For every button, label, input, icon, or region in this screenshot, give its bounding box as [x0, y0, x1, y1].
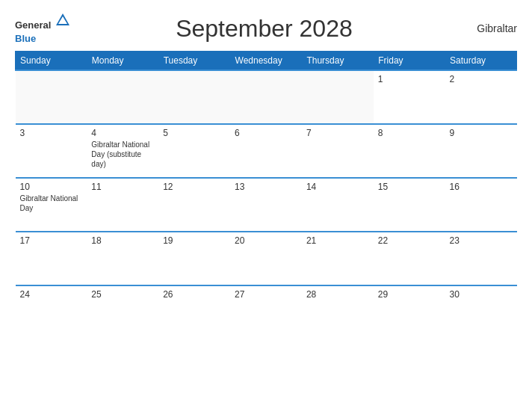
calendar-cell: [230, 70, 302, 124]
weekday-friday: Friday: [374, 52, 445, 71]
day-number: 18: [91, 235, 154, 246]
day-number: 11: [91, 182, 154, 192]
calendar-cell: 28: [302, 285, 374, 330]
day-number: 6: [235, 128, 297, 138]
day-number: 10: [20, 182, 83, 192]
day-number: 19: [163, 235, 226, 246]
calendar-cell: 17: [16, 232, 87, 285]
calendar-header: SundayMondayTuesdayWednesdayThursdayFrid…: [16, 52, 517, 71]
weekday-saturday: Saturday: [445, 52, 517, 71]
week-row-4: 17181920212223: [16, 232, 517, 285]
calendar-cell: 23: [445, 232, 517, 285]
day-number: 12: [163, 182, 226, 192]
calendar-cell: 9: [445, 124, 517, 178]
calendar-cell: [87, 70, 158, 124]
calendar-cell: 8: [374, 124, 445, 178]
holiday-label: Gibraltar National Day (substitute day): [91, 140, 149, 168]
day-number: 4: [91, 128, 154, 138]
logo-text: General Blue: [15, 12, 71, 45]
day-number: 1: [378, 74, 441, 84]
logo-blue: Blue: [15, 33, 36, 44]
day-number: 22: [378, 235, 441, 246]
week-row-3: 10Gibraltar National Day111213141516: [16, 178, 517, 232]
day-number: 25: [91, 289, 154, 300]
calendar-cell: 2: [445, 70, 517, 124]
calendar-cell: 20: [230, 232, 302, 285]
week-row-5: 24252627282930: [16, 285, 517, 330]
calendar-cell: 30: [445, 285, 517, 330]
day-number: 23: [450, 235, 513, 246]
day-number: 21: [306, 235, 369, 246]
weekday-header-row: SundayMondayTuesdayWednesdayThursdayFrid…: [16, 52, 517, 71]
day-number: 5: [163, 128, 226, 138]
logo-general: General: [15, 19, 51, 31]
weekday-sunday: Sunday: [16, 52, 87, 71]
day-number: 26: [163, 289, 226, 300]
calendar-cell: 26: [158, 285, 230, 330]
calendar-cell: 19: [158, 232, 230, 285]
weekday-wednesday: Wednesday: [230, 52, 302, 71]
calendar-cell: 7: [302, 124, 374, 178]
calendar-cell: 1: [374, 70, 445, 124]
calendar-cell: 25: [87, 285, 158, 330]
calendar-cell: 18: [87, 232, 158, 285]
calendar-cell: 5: [158, 124, 230, 178]
calendar-title: September 2028: [71, 15, 457, 43]
calendar-cell: [302, 70, 374, 124]
calendar-cell: 22: [374, 232, 445, 285]
calendar-cell: 27: [230, 285, 302, 330]
calendar-table: SundayMondayTuesdayWednesdayThursdayFrid…: [15, 51, 517, 330]
day-number: 27: [235, 289, 297, 300]
logo: General Blue: [15, 12, 71, 45]
day-number: 8: [378, 128, 441, 138]
day-number: 3: [20, 128, 83, 138]
header: General Blue September 2028 Gibraltar: [15, 12, 517, 45]
calendar-cell: 13: [230, 178, 302, 232]
calendar-cell: [158, 70, 230, 124]
calendar-cell: 15: [374, 178, 445, 232]
calendar-cell: 16: [445, 178, 517, 232]
day-number: 14: [306, 182, 369, 192]
week-row-2: 34Gibraltar National Day (substitute day…: [16, 124, 517, 178]
day-number: 2: [450, 74, 513, 84]
day-number: 30: [450, 289, 513, 300]
calendar-cell: [16, 70, 87, 124]
calendar-cell: 21: [302, 232, 374, 285]
calendar-cell: 3: [16, 124, 87, 178]
calendar-cell: 6: [230, 124, 302, 178]
calendar-cell: 10Gibraltar National Day: [16, 178, 87, 232]
day-number: 28: [306, 289, 369, 300]
calendar-page: General Blue September 2028 Gibraltar Su…: [0, 0, 532, 411]
calendar-body: 1234Gibraltar National Day (substitute d…: [16, 70, 517, 330]
day-number: 17: [20, 235, 83, 246]
day-number: 7: [306, 128, 369, 138]
calendar-cell: 12: [158, 178, 230, 232]
day-number: 16: [450, 182, 513, 192]
weekday-thursday: Thursday: [302, 52, 374, 71]
holiday-label: Gibraltar National Day: [20, 194, 78, 212]
weekday-monday: Monday: [87, 52, 158, 71]
day-number: 9: [450, 128, 513, 138]
day-number: 29: [378, 289, 441, 300]
calendar-cell: 11: [87, 178, 158, 232]
region-label: Gibraltar: [457, 22, 517, 34]
day-number: 24: [20, 289, 83, 300]
weekday-tuesday: Tuesday: [158, 52, 230, 71]
week-row-1: 12: [16, 70, 517, 124]
calendar-cell: 24: [16, 285, 87, 330]
calendar-cell: 14: [302, 178, 374, 232]
day-number: 13: [235, 182, 297, 192]
day-number: 20: [235, 235, 297, 246]
calendar-cell: 4Gibraltar National Day (substitute day): [87, 124, 158, 178]
calendar-cell: 29: [374, 285, 445, 330]
logo-icon: [55, 12, 71, 28]
day-number: 15: [378, 182, 441, 192]
